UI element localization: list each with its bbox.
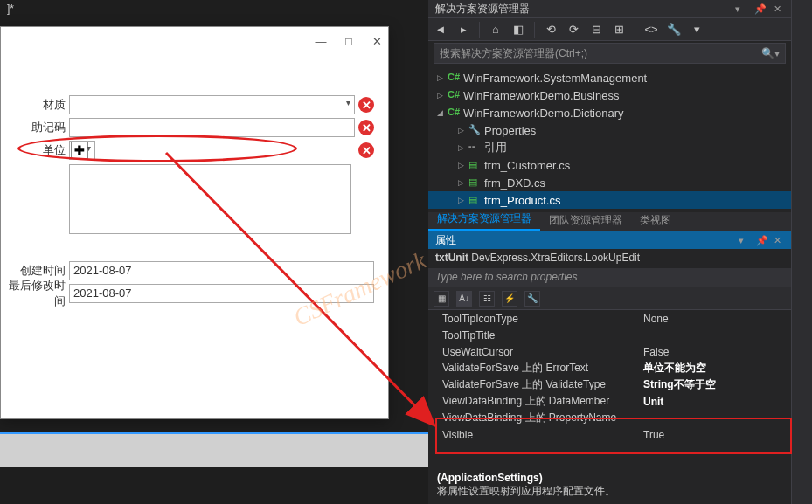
value-modified: 2021-08-07	[69, 284, 374, 303]
value-created: 2021-08-07	[69, 261, 374, 280]
props-pin-icon[interactable]: 📌	[756, 235, 767, 245]
prop-page-icon[interactable]: ☷	[479, 291, 495, 307]
row-modified: 最后修改时间 2021-08-07	[1, 283, 374, 304]
properties-object-name: txtUnit	[435, 252, 468, 264]
label-mnemonic: 助记码	[1, 120, 69, 135]
more-icon[interactable]: ▾	[690, 23, 704, 37]
properties-search[interactable]: Type here to search properties	[428, 268, 791, 287]
search-icon[interactable]: 🔍▾	[761, 47, 780, 59]
properties-description: (ApplicationSettings) 将属性设置映射到应用程序配置文件。	[428, 466, 791, 504]
explorer-search-placeholder: 搜索解决方案资源管理器(Ctrl+;)	[440, 46, 587, 61]
back-icon[interactable]: ◄	[434, 23, 448, 37]
minimize-icon[interactable]: —	[315, 35, 327, 47]
property-row[interactable]: VisibleTrue	[428, 426, 791, 443]
close-panel-icon[interactable]: ✕	[774, 3, 784, 14]
status-strip	[0, 432, 428, 467]
property-row[interactable]: ViewDataBinding 上的 PropertyName	[428, 410, 791, 426]
events-icon[interactable]: ⚡	[502, 291, 517, 307]
property-row[interactable]: ToolTipIconTypeNone	[428, 310, 791, 327]
categorized-icon[interactable]: ▦	[434, 291, 449, 307]
right-panel: 解决方案资源管理器 ▾ 📌 ✕ ◄ ▸ ⌂ ◧ ⟲ ⟳ ⊟ ⊞ <> 🔧 ▾ 搜…	[428, 0, 791, 504]
refresh-icon[interactable]: ⟳	[566, 23, 580, 37]
properties-title: 属性	[435, 233, 456, 248]
row-mnemonic: 助记码 ✕	[1, 117, 374, 138]
delete-material-button[interactable]: ✕	[358, 97, 374, 113]
properties-description-text: 将属性设置映射到应用程序配置文件。	[437, 485, 615, 497]
explorer-search[interactable]: 搜索解决方案资源管理器(Ctrl+;) 🔍▾	[434, 43, 786, 64]
properties-toolbar: ▦ A↓ ☷ ⚡ 🔧	[428, 287, 791, 310]
input-textarea[interactable]	[69, 164, 351, 234]
properties-header: 属性 ▾ 📌 ✕	[428, 231, 791, 249]
solution-tree[interactable]: ▷C#WinFramework.SystemManagement▷C#WinFr…	[428, 66, 791, 212]
tree-item[interactable]: ▷▤frm_Customer.cs	[428, 156, 791, 174]
properties-object-type: DevExpress.XtraEditors.LookUpEdit	[471, 252, 640, 264]
tree-item[interactable]: ▷▤frm_Product.cs	[428, 191, 791, 209]
input-material[interactable]	[69, 95, 355, 114]
props-close-icon[interactable]: ✕	[774, 235, 784, 245]
collapse-icon[interactable]: ⊟	[589, 23, 603, 37]
property-row[interactable]: ViewDataBinding 上的 DataMemberUnit	[428, 393, 791, 410]
design-tab-title: ]*	[0, 0, 428, 21]
label-material: 材质	[1, 97, 69, 113]
scope-icon[interactable]: ◧	[511, 23, 525, 37]
right-dock-edge	[791, 0, 812, 504]
properties-object[interactable]: txtUnit DevExpress.XtraEditors.LookUpEdi…	[428, 249, 791, 268]
label-created: 创建时间	[1, 263, 69, 279]
tree-project[interactable]: ▷C#WinFramework.SystemManagement	[428, 69, 791, 86]
label-modified: 最后修改时间	[1, 278, 69, 309]
tree-item[interactable]: ▷▤frm_DXD.cs	[428, 174, 791, 191]
pin-icon[interactable]: 📌	[754, 3, 765, 14]
delete-unit-button[interactable]: ✕	[358, 142, 374, 158]
properties-icon[interactable]: 🔧	[667, 23, 681, 37]
property-row[interactable]: ValidateForSave 上的 ErrorText单位不能为空	[428, 360, 791, 376]
prop-wrench-icon[interactable]: 🔧	[524, 291, 540, 307]
tree-item[interactable]: ▷▪▪引用	[428, 139, 791, 156]
tree-project[interactable]: ◢C#WinFrameworkDemo.Dictionary	[428, 104, 791, 121]
property-row[interactable]: UseWaitCursorFalse	[428, 343, 791, 360]
tab-team-explorer[interactable]: 团队资源管理器	[540, 211, 631, 231]
row-unit: 单位 ✚ ✕	[1, 140, 374, 161]
solution-explorer-title: 解决方案资源管理器	[435, 2, 530, 17]
props-dropdown-icon[interactable]: ▾	[739, 235, 749, 245]
property-row[interactable]: ToolTipTitle	[428, 327, 791, 343]
properties-description-title: (ApplicationSettings)	[437, 472, 543, 484]
sync-icon[interactable]: ⟲	[544, 23, 558, 37]
tree-project[interactable]: ▷C#WinFrameworkDemo.Business	[428, 86, 791, 104]
maximize-icon[interactable]: □	[343, 35, 355, 47]
row-material: 材质 ✕	[1, 94, 374, 115]
delete-mnemonic-button[interactable]: ✕	[358, 120, 374, 135]
label-unit: 单位	[1, 142, 69, 158]
explorer-tabs: 解决方案资源管理器 团队资源管理器 类视图	[428, 212, 791, 231]
explorer-toolbar: ◄ ▸ ⌂ ◧ ⟲ ⟳ ⊟ ⊞ <> 🔧 ▾	[428, 18, 791, 41]
tree-item[interactable]: ▷🔧Properties	[428, 121, 791, 139]
fwd-icon[interactable]: ▸	[456, 23, 470, 37]
properties-grid[interactable]: ToolTipIconTypeNoneToolTipTitleUseWaitCu…	[428, 310, 791, 466]
input-mnemonic[interactable]	[69, 118, 355, 137]
dropdown-icon[interactable]: ▾	[735, 3, 746, 14]
showall-icon[interactable]: ⊞	[612, 23, 626, 37]
tab-class-view[interactable]: 类视图	[631, 211, 680, 231]
code-icon[interactable]: <>	[644, 23, 658, 37]
tab-solution-explorer[interactable]: 解决方案资源管理器	[428, 209, 540, 231]
solution-explorer-header: 解决方案资源管理器 ▾ 📌 ✕	[428, 0, 791, 18]
form-titlebar: — □ ✕	[1, 27, 388, 55]
input-unit[interactable]: ✚	[69, 141, 95, 160]
design-surface: ]* — □ ✕ 材质 ✕ 助记码 ✕ 单位 ✚ ✕	[0, 0, 428, 504]
alphabetical-icon[interactable]: A↓	[456, 291, 472, 307]
add-unit-icon[interactable]: ✚	[71, 142, 88, 159]
designed-form-window: — □ ✕ 材质 ✕ 助记码 ✕ 单位 ✚ ✕ 创建时间	[0, 26, 389, 419]
close-icon[interactable]: ✕	[371, 35, 383, 47]
home-icon[interactable]: ⌂	[489, 23, 503, 37]
property-row[interactable]: ValidateForSave 上的 ValidateTypeString不等于…	[428, 376, 791, 393]
